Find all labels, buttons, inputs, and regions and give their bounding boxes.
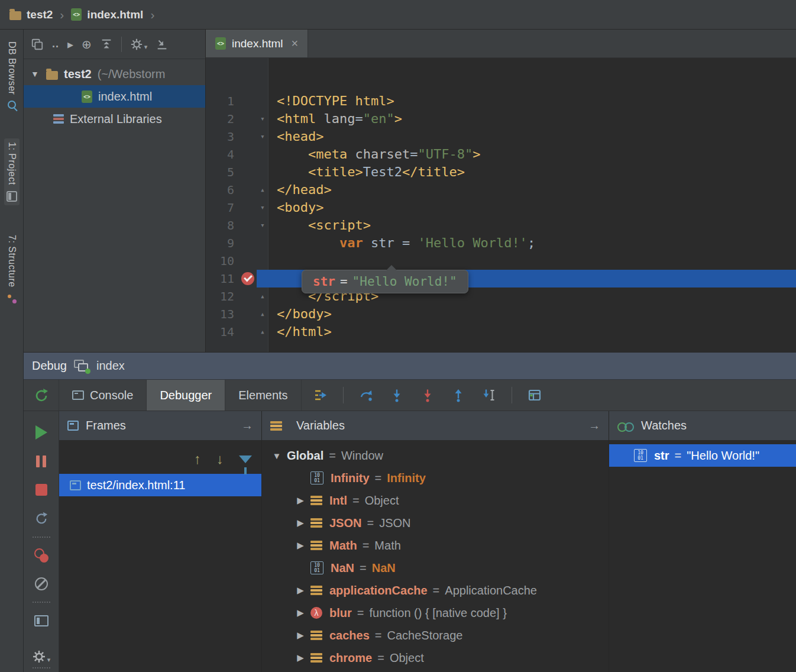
variable-row[interactable]: ▶Intl=Object	[262, 489, 609, 512]
filter-frames-icon[interactable]	[239, 455, 252, 463]
fold-marker[interactable]: ▾	[257, 128, 268, 146]
tree-node-file[interactable]: index.html	[24, 85, 205, 108]
line-number[interactable]: 3	[206, 128, 239, 146]
line-number[interactable]: 12	[206, 287, 239, 305]
locate-file-icon[interactable]: ⊕	[82, 37, 92, 51]
next-frame-icon[interactable]: ↓	[216, 451, 224, 467]
tab-elements[interactable]: Elements	[225, 380, 301, 411]
tab-debugger[interactable]: Debugger	[147, 380, 225, 411]
line-number[interactable]: 7	[206, 199, 239, 217]
debug-header[interactable]: Debug index	[24, 353, 796, 380]
fold-marker[interactable]	[257, 146, 268, 163]
breakpoint-column[interactable]	[239, 217, 257, 234]
show-execution-point-icon[interactable]	[310, 385, 331, 406]
fold-marker[interactable]: ▾	[257, 217, 268, 234]
fold-marker[interactable]: ▴	[257, 323, 268, 341]
frame-row[interactable]: test2/index.html:11	[59, 474, 261, 496]
expand-arrow[interactable]: ▶	[290, 630, 310, 641]
step-over-icon[interactable]	[355, 385, 377, 406]
evaluate-expression-icon[interactable]	[524, 385, 545, 406]
line-number[interactable]: 8	[206, 217, 239, 234]
expand-arrow[interactable]: ▶	[290, 585, 310, 596]
fold-marker[interactable]	[257, 252, 268, 270]
fold-marker[interactable]: ▾	[257, 110, 268, 128]
project-view-selector-icon[interactable]	[31, 38, 44, 51]
variable-row[interactable]: ▶applicationCache=ApplicationCache	[262, 579, 609, 602]
run-to-cursor-icon[interactable]	[478, 385, 500, 406]
fold-marker[interactable]: ▴	[257, 181, 268, 199]
breakpoint-column[interactable]	[239, 323, 257, 341]
line-number[interactable]: 6	[206, 181, 239, 199]
tab-console[interactable]: Console	[59, 380, 147, 411]
restore-layout-icon[interactable]	[24, 606, 59, 635]
line-number[interactable]: 11	[206, 270, 239, 287]
variable-row[interactable]: ▶caches=CacheStorage	[262, 624, 609, 647]
pause-program-icon[interactable]	[24, 447, 59, 475]
tool-window-button-7-structure[interactable]: 7: Structure	[4, 231, 20, 308]
tree-node-external-libraries[interactable]: External Libraries	[24, 108, 205, 130]
line-number[interactable]: 1	[206, 92, 239, 110]
expand-arrow[interactable]: ▶	[290, 608, 310, 618]
editor-tab-index-html[interactable]: index.html ×	[206, 30, 308, 57]
expand-arrow[interactable]: ▶	[290, 495, 310, 506]
breakpoint-column[interactable]	[239, 163, 257, 181]
line-number[interactable]: 14	[206, 323, 239, 341]
scroll-to-icon[interactable]: →	[241, 419, 253, 432]
line-number[interactable]: 10	[206, 252, 239, 270]
breakpoint-column[interactable]	[239, 270, 257, 287]
breadcrumb-item[interactable]: test2	[9, 8, 53, 21]
fold-marker[interactable]	[257, 270, 268, 287]
tool-window-button-db-browser[interactable]: DB Browser	[4, 38, 20, 112]
expand-arrow[interactable]: ▶	[290, 540, 310, 551]
variable-row[interactable]: ▶JSON=JSON	[262, 512, 609, 534]
step-out-icon[interactable]	[448, 385, 469, 406]
previous-frame-icon[interactable]: ↑	[194, 451, 201, 467]
expand-arrow[interactable]: ▼	[30, 69, 40, 79]
breakpoint-column[interactable]	[239, 110, 257, 128]
breakpoint-icon[interactable]	[241, 272, 254, 285]
fold-marker[interactable]	[257, 234, 268, 252]
debugger-settings-icon[interactable]: ▾	[24, 635, 59, 664]
breakpoint-column[interactable]	[239, 234, 257, 252]
tree-node-root[interactable]: ▼ test2 (~/Webstorm	[24, 63, 205, 85]
variable-row[interactable]: ▼Global=Window	[262, 444, 609, 467]
variable-row[interactable]: ▶Math=Math	[262, 534, 609, 557]
breakpoint-column[interactable]	[239, 92, 257, 110]
breakpoint-column[interactable]	[239, 252, 257, 270]
fold-marker[interactable]: ▾	[257, 199, 268, 217]
expand-arrow[interactable]: ▶	[290, 518, 310, 528]
breakpoint-column[interactable]	[239, 287, 257, 305]
line-number[interactable]: 2	[206, 110, 239, 128]
watch-row[interactable]: 1001str="Hello World!"	[609, 444, 796, 467]
fold-marker[interactable]: ▴	[257, 305, 268, 323]
editor-body[interactable]: 1<!DOCTYPE html>2▾<html lang="en">3▾<hea…	[206, 58, 796, 352]
fold-marker[interactable]	[257, 163, 268, 181]
restart-icon[interactable]	[24, 504, 59, 532]
line-number[interactable]: 9	[206, 234, 239, 252]
line-number[interactable]: 5	[206, 163, 239, 181]
expand-arrow[interactable]: ▼	[267, 451, 287, 461]
variable-row[interactable]: 1001Infinity=Infinity	[262, 467, 609, 489]
fold-marker[interactable]: ▴	[257, 287, 268, 305]
fold-marker[interactable]	[257, 92, 268, 110]
step-into-icon[interactable]	[386, 385, 407, 406]
line-number[interactable]: 4	[206, 146, 239, 163]
breakpoint-column[interactable]	[239, 199, 257, 217]
view-breakpoints-icon[interactable]	[24, 541, 59, 570]
expand-icon[interactable]: ▸	[67, 37, 73, 51]
breakpoint-column[interactable]	[239, 128, 257, 146]
breakpoint-column[interactable]	[239, 181, 257, 199]
force-step-into-icon[interactable]	[417, 385, 438, 406]
expand-arrow[interactable]: ▶	[290, 652, 310, 663]
breadcrumb-item[interactable]: index.html	[71, 8, 143, 21]
breakpoint-column[interactable]	[239, 305, 257, 323]
tool-window-button-1-project[interactable]: 1: Project	[4, 138, 20, 205]
hide-panel-icon[interactable]	[156, 38, 169, 51]
close-tab-icon[interactable]: ×	[292, 37, 299, 50]
mute-breakpoints-icon[interactable]	[24, 570, 59, 598]
more-options-icon[interactable]: ..	[52, 38, 59, 50]
breakpoint-column[interactable]	[239, 146, 257, 163]
variable-row[interactable]: ▶chrome=Object	[262, 647, 609, 669]
resume-program-icon[interactable]	[24, 418, 59, 447]
scroll-to-icon[interactable]: →	[588, 419, 600, 432]
